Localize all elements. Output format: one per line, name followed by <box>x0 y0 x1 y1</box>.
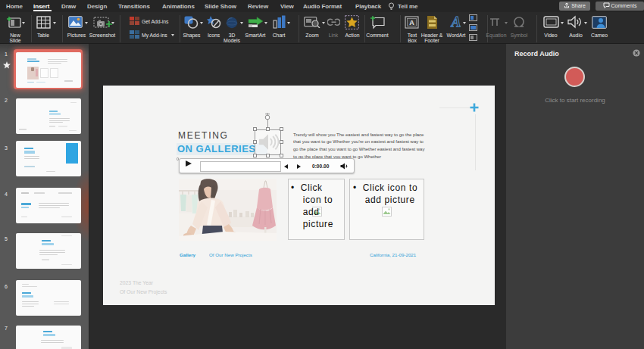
svg-text:A: A <box>409 19 414 26</box>
svg-text:A: A <box>451 15 461 30</box>
